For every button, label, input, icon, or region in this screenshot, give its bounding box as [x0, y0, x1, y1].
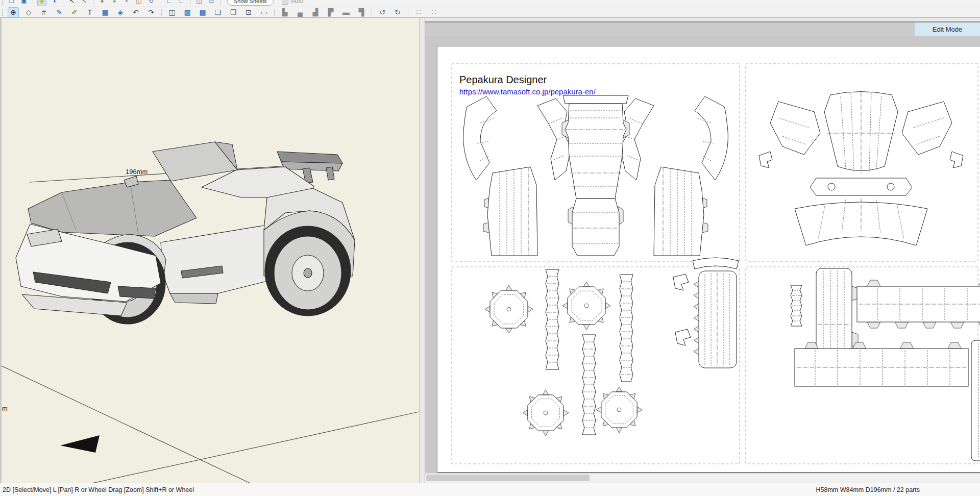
auto-checkbox-label: Auto: [291, 0, 304, 5]
pattern-piece-corner: [971, 340, 980, 461]
save-file-icon[interactable]: ▣: [19, 0, 29, 6]
pane-2d: Edit Mode Pepakura Designer https://www.…: [425, 18, 980, 483]
undo-icon[interactable]: ↶: [130, 7, 141, 18]
cursor-select-green-icon[interactable]: ↖: [80, 0, 89, 6]
clipped-edge-label: m: [2, 405, 8, 412]
auto-checkbox-box: [282, 0, 288, 5]
pattern-piece-tread: [699, 271, 737, 368]
statusbar-model-info: H58mm W84mm D196mm / 22 parts: [816, 486, 980, 493]
ground-lines: [2, 366, 419, 483]
page-url[interactable]: https://www.tamasoft.co.jp/pepakura-en/: [459, 87, 596, 96]
pattern-piece-bracket: [673, 274, 689, 290]
pattern-piece-long-bar[interactable]: [857, 280, 980, 328]
solid-view-icon[interactable]: ●: [97, 0, 107, 6]
distribute-vertical-icon[interactable]: ∷: [428, 7, 439, 18]
toolbar-separator: [63, 0, 63, 5]
split-box-icon[interactable]: ◫: [134, 0, 143, 6]
pepakura-designer-window: ❒▣◉◑↖↖●●×◫↻∟∟◫▭Show SheetsAuto ⊕◇#✎✐T▦◈↶…: [0, 0, 980, 496]
pattern-piece-cross-bar: [810, 178, 912, 195]
align-bottom-icon[interactable]: ▜: [356, 7, 367, 18]
viewport-2d[interactable]: Pepakura Designer https://www.tamasoft.c…: [425, 36, 980, 473]
show-sheets-button[interactable]: Show Sheets: [227, 0, 274, 6]
texture-net-icon[interactable]: ▩: [182, 7, 193, 18]
pencil-edit-icon[interactable]: ✎: [54, 7, 65, 18]
pattern-piece-wheel-disc[interactable]: [485, 285, 533, 333]
toolbar-separator: [190, 0, 190, 5]
align-center-icon[interactable]: ▄: [295, 7, 306, 18]
scrollbar-thumb[interactable]: [426, 475, 590, 481]
car-model[interactable]: [16, 142, 355, 324]
printer-icon[interactable]: ▭: [258, 7, 270, 18]
redo-icon[interactable]: ↷: [145, 7, 157, 18]
dimension-label: 196mm: [126, 168, 148, 176]
pattern-piece-wheel-disc[interactable]: [596, 387, 642, 433]
rotate-right-icon[interactable]: ↻: [392, 7, 403, 18]
pattern-quadrant-3[interactable]: [673, 258, 739, 368]
window-single-icon[interactable]: ▭: [207, 0, 216, 6]
edit-mode-button[interactable]: Edit Mode: [914, 22, 980, 36]
pencil-line-icon[interactable]: ✐: [69, 7, 80, 18]
cursor-select-icon[interactable]: ↖: [67, 0, 77, 6]
status-bar: 2D [Select/Move] L [Pan] R or Wheel Drag…: [0, 483, 980, 496]
toolbar-separator: [220, 0, 220, 5]
open-file-icon[interactable]: ❒: [7, 0, 16, 6]
toolbar: ❒▣◉◑↖↖●●×◫↻∟∟◫▭Show SheetsAuto ⊕◇#✎✐T▦◈↶…: [0, 0, 980, 18]
rotate-left-icon[interactable]: ↺: [377, 7, 388, 18]
shaded-view-icon[interactable]: ●: [110, 0, 119, 6]
toolbar-row-1: ❒▣◉◑↖↖●●×◫↻∟∟◫▭Show SheetsAuto: [0, 0, 980, 7]
layout-parts-icon[interactable]: ▤: [197, 7, 208, 18]
statusbar-hint: 2D [Select/Move] L [Pan] R or Wheel Drag…: [0, 486, 194, 493]
north-arrow: [60, 435, 100, 453]
car-rocker: [170, 293, 218, 304]
toolbar-separator: [274, 9, 275, 16]
highlight-bulb-icon[interactable]: ◉: [37, 0, 46, 6]
pane-2d-header: Edit Mode: [425, 22, 980, 36]
export-page-icon[interactable]: ❏: [212, 7, 224, 18]
pattern-piece-center-lower: [572, 199, 619, 256]
select-move-tool-icon[interactable]: ⊕: [8, 7, 19, 18]
corner-settings-icon[interactable]: ∟: [177, 0, 186, 6]
pattern-piece-saddle: [693, 258, 739, 269]
print-preview-icon[interactable]: ⊡: [243, 7, 254, 18]
box-3d-icon[interactable]: ◈: [115, 7, 126, 18]
pattern-piece-tread-strip[interactable]: [791, 285, 802, 326]
pattern-piece-wheel-disc[interactable]: [523, 390, 569, 436]
pattern-quadrant-2[interactable]: [759, 92, 963, 246]
pattern-page: Pepakura Designer https://www.tamasoft.c…: [437, 46, 980, 473]
toolbar-separator: [372, 9, 372, 16]
pattern-quadrant-1[interactable]: [463, 95, 728, 256]
align-top-icon[interactable]: ▛: [325, 7, 336, 18]
car-side-body: [161, 225, 277, 293]
align-middle-icon[interactable]: ▬: [340, 7, 352, 18]
align-right-icon[interactable]: ▟: [310, 7, 321, 18]
distribute-horizontal-icon[interactable]: ∷: [413, 7, 424, 18]
paint-view-icon[interactable]: ◑: [50, 0, 59, 6]
pane-2d-frame: [425, 18, 980, 22]
align-left-icon[interactable]: ▙: [279, 7, 290, 18]
pattern-piece-tread-strip[interactable]: [582, 335, 596, 435]
wireframe-view-icon[interactable]: ×: [122, 0, 131, 6]
viewport-3d[interactable]: 196mm m: [0, 18, 419, 483]
window-split-icon[interactable]: ◫: [194, 0, 204, 6]
horizontal-scrollbar[interactable]: [425, 473, 980, 483]
toolbar-separator: [93, 0, 93, 5]
polygon-tool-icon[interactable]: ◇: [23, 7, 34, 18]
rotate-view-icon[interactable]: ↻: [146, 0, 156, 6]
open-book-icon[interactable]: ◫: [166, 7, 178, 18]
pattern-piece-long-bar[interactable]: [795, 342, 968, 386]
corner-axis-icon[interactable]: ∟: [164, 0, 174, 6]
auto-checkbox[interactable]: Auto: [282, 0, 304, 5]
page-title: Pepakura Designer: [459, 74, 547, 85]
pattern-piece-tread-strip[interactable]: [620, 275, 633, 382]
image-tool-icon[interactable]: ▦: [100, 7, 111, 18]
pattern-piece-bracket: [675, 329, 691, 345]
car-spoiler-top: [277, 152, 342, 163]
pattern-piece-tread-strip[interactable]: [546, 269, 559, 369]
pattern-piece-wheel-disc[interactable]: [562, 282, 610, 330]
car-spoiler-side: [281, 162, 342, 171]
join-edges-icon[interactable]: #: [38, 7, 50, 18]
text-tool-icon[interactable]: T: [84, 7, 95, 18]
new-page-icon[interactable]: ❐: [228, 7, 239, 18]
pane-splitter[interactable]: [419, 18, 425, 483]
car-hood: [28, 180, 197, 236]
